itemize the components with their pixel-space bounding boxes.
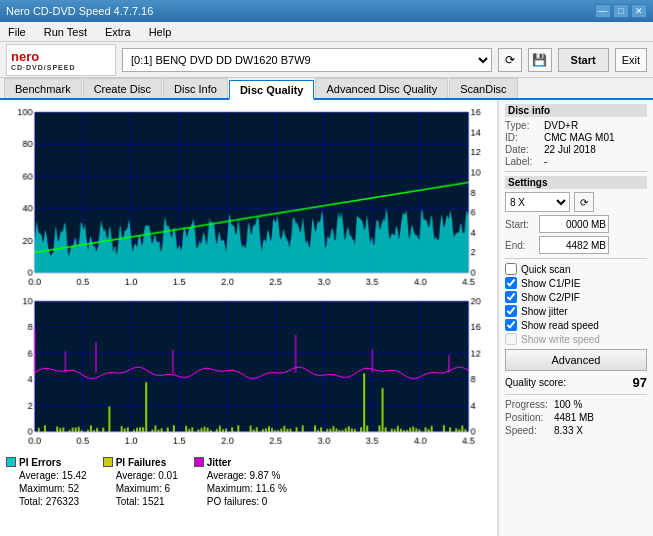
show-c2pif-row: Show C2/PIF (505, 291, 647, 303)
menu-file[interactable]: File (4, 25, 30, 39)
title-bar: Nero CD-DVD Speed 4.7.7.16 — □ ✕ (0, 0, 653, 22)
tab-create-disc[interactable]: Create Disc (83, 78, 162, 98)
position-row: Position: 4481 MB (505, 412, 647, 423)
disc-date-row: Date: 22 Jul 2018 (505, 144, 647, 155)
tabs-row: Benchmark Create Disc Disc Info Disc Qua… (0, 78, 653, 100)
end-field-label: End: (505, 240, 535, 251)
pi-errors-avg: Average: 15.42 (19, 469, 87, 482)
start-button[interactable]: Start (558, 48, 609, 72)
legend-pi-failures: PI Failures Average: 0.01 Maximum: 6 Tot… (103, 456, 178, 508)
speed-row: Speed: 8.33 X (505, 425, 647, 436)
start-mb-input[interactable] (539, 215, 609, 233)
drive-selector[interactable]: [0:1] BENQ DVD DD DW1620 B7W9 (122, 48, 492, 72)
quick-scan-checkbox[interactable] (505, 263, 517, 275)
show-jitter-row: Show jitter (505, 305, 647, 317)
menu-bar: File Run Test Extra Help (0, 22, 653, 42)
disc-label-row: Label: - (505, 156, 647, 167)
close-button[interactable]: ✕ (631, 4, 647, 18)
menu-run-test[interactable]: Run Test (40, 25, 91, 39)
pi-failures-label: PI Failures (116, 456, 178, 469)
right-panel: Disc info Type: DVD+R ID: CMC MAG M01 Da… (498, 100, 653, 536)
jitter-label: Jitter (207, 456, 287, 469)
speed-refresh-icon[interactable]: ⟳ (574, 192, 594, 212)
end-field-row: End: (505, 236, 647, 254)
app-title: Nero CD-DVD Speed 4.7.7.16 (6, 5, 153, 17)
maximize-button[interactable]: □ (613, 4, 629, 18)
legend-jitter: Jitter Average: 9.87 % Maximum: 11.6 % P… (194, 456, 287, 508)
speed-value: 8.33 X (554, 425, 583, 436)
show-jitter-checkbox[interactable] (505, 305, 517, 317)
position-label: Position: (505, 412, 550, 423)
divider-1 (505, 171, 647, 172)
save-icon[interactable]: 💾 (528, 48, 552, 72)
progress-row: Progress: 100 % (505, 399, 647, 410)
tab-disc-quality[interactable]: Disc Quality (229, 80, 315, 100)
quality-score-row: Quality score: 97 (505, 375, 647, 390)
show-c1pie-label: Show C1/PIE (521, 278, 580, 289)
disc-id-value: CMC MAG M01 (544, 132, 615, 143)
disc-type-row: Type: DVD+R (505, 120, 647, 131)
progress-label: Progress: (505, 399, 550, 410)
end-mb-input[interactable] (539, 236, 609, 254)
tab-scan-disc[interactable]: ScanDisc (449, 78, 517, 98)
position-value: 4481 MB (554, 412, 594, 423)
pi-errors-label: PI Errors (19, 456, 87, 469)
pi-failures-total: Total: 1521 (116, 495, 178, 508)
window-controls: — □ ✕ (595, 4, 647, 18)
speed-selector[interactable]: 8 X 4 X 12 X 16 X (505, 192, 570, 212)
app-logo: nero CD·DVD/SPEED (6, 44, 116, 76)
show-jitter-label: Show jitter (521, 306, 568, 317)
show-write-speed-label: Show write speed (521, 334, 600, 345)
menu-help[interactable]: Help (145, 25, 176, 39)
toolbar: nero CD·DVD/SPEED [0:1] BENQ DVD DD DW16… (0, 42, 653, 78)
minimize-button[interactable]: — (595, 4, 611, 18)
exit-button[interactable]: Exit (615, 48, 647, 72)
show-read-speed-checkbox[interactable] (505, 319, 517, 331)
disc-label-value: - (544, 156, 547, 167)
jitter-avg: Average: 9.87 % (207, 469, 287, 482)
pi-errors-color (6, 457, 16, 467)
bottom-chart (4, 293, 493, 452)
pi-failures-avg: Average: 0.01 (116, 469, 178, 482)
menu-extra[interactable]: Extra (101, 25, 135, 39)
disc-id-row: ID: CMC MAG M01 (505, 132, 647, 143)
tab-disc-info[interactable]: Disc Info (163, 78, 228, 98)
disc-id-label: ID: (505, 132, 540, 143)
refresh-icon[interactable]: ⟳ (498, 48, 522, 72)
divider-2 (505, 258, 647, 259)
disc-date-value: 22 Jul 2018 (544, 144, 596, 155)
quality-score-label: Quality score: (505, 377, 566, 388)
legend-pi-errors: PI Errors Average: 15.42 Maximum: 52 Tot… (6, 456, 87, 508)
disc-type-label: Type: (505, 120, 540, 131)
tab-advanced-disc-quality[interactable]: Advanced Disc Quality (315, 78, 448, 98)
quick-scan-row: Quick scan (505, 263, 647, 275)
pi-failures-max: Maximum: 6 (116, 482, 178, 495)
show-write-speed-row: Show write speed (505, 333, 647, 345)
tab-benchmark[interactable]: Benchmark (4, 78, 82, 98)
disc-date-label: Date: (505, 144, 540, 155)
speed-setting-row: 8 X 4 X 12 X 16 X ⟳ (505, 192, 647, 212)
disc-info-section-title: Disc info (505, 104, 647, 117)
show-c1pie-row: Show C1/PIE (505, 277, 647, 289)
speed-label: Speed: (505, 425, 550, 436)
start-field-label: Start: (505, 219, 535, 230)
top-chart (4, 104, 493, 293)
settings-section-title: Settings (505, 176, 647, 189)
jitter-max: Maximum: 11.6 % (207, 482, 287, 495)
show-c2pif-label: Show C2/PIF (521, 292, 580, 303)
pi-errors-max: Maximum: 52 (19, 482, 87, 495)
disc-label-label: Label: (505, 156, 540, 167)
quick-scan-label: Quick scan (521, 264, 570, 275)
quality-score-value: 97 (633, 375, 647, 390)
charts-area: PI Errors Average: 15.42 Maximum: 52 Tot… (0, 100, 498, 536)
show-c2pif-checkbox[interactable] (505, 291, 517, 303)
progress-value: 100 % (554, 399, 582, 410)
show-write-speed-checkbox[interactable] (505, 333, 517, 345)
show-read-speed-row: Show read speed (505, 319, 647, 331)
show-read-speed-label: Show read speed (521, 320, 599, 331)
pi-failures-color (103, 457, 113, 467)
show-c1pie-checkbox[interactable] (505, 277, 517, 289)
advanced-button[interactable]: Advanced (505, 349, 647, 371)
divider-3 (505, 394, 647, 395)
legend-area: PI Errors Average: 15.42 Maximum: 52 Tot… (4, 452, 493, 508)
